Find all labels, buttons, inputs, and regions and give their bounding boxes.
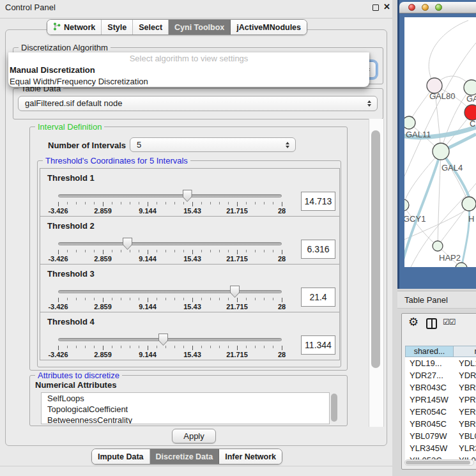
tab-label: Network — [64, 23, 95, 32]
settings-scrollbar[interactable] — [369, 119, 384, 427]
attribute-item[interactable]: SelfLoops — [42, 393, 329, 404]
number-of-intervals-spinner[interactable]: 5 — [130, 137, 296, 152]
network-node-hap2[interactable] — [433, 241, 443, 251]
network-node-top-right[interactable] — [464, 80, 476, 95]
tab-cyni-toolbox[interactable]: Cyni Toolbox — [169, 20, 231, 35]
network-canvas[interactable]: GAL80GACGAL11GAL4GCY1HHAP2 — [404, 17, 476, 267]
slider-tick-labels: -3.4262.8599.14415.4321.71528 — [58, 255, 282, 263]
minimize-traffic-light-icon[interactable] — [422, 4, 429, 11]
column-header-name[interactable]: na — [454, 346, 476, 357]
group-title: Interval Definition — [35, 122, 104, 132]
table-row[interactable]: YDR27...YDR2 — [405, 369, 476, 381]
cell-shared-name: YDL19... — [405, 358, 454, 368]
cyni-toolbox-panel: Discretization Algorithm Table Data galF… — [5, 29, 387, 446]
slider-track[interactable] — [58, 290, 282, 293]
table-row[interactable]: YDL19...YDL1 — [405, 357, 476, 369]
threshold-slider[interactable]: -3.4262.8599.14415.4321.71528 — [58, 217, 282, 265]
network-node-label: C — [470, 119, 475, 128]
numerical-attributes-list[interactable]: SelfLoopsTopologicalCoefficientBetweenne… — [41, 392, 330, 424]
network-node-bottom-node[interactable] — [456, 263, 467, 267]
float-window-icon[interactable] — [372, 4, 379, 11]
cell-shared-name: YDR27... — [405, 371, 454, 380]
table-data-combobox[interactable]: galFiltered.sif default node — [18, 96, 378, 111]
window-title: Control Panel — [5, 3, 56, 12]
cell-shared-name: YER054C — [405, 407, 454, 417]
table-row[interactable]: YBR043CYBR0 — [405, 381, 476, 394]
threshold-slider[interactable]: -3.4262.8599.14415.4321.71528 — [58, 312, 282, 361]
network-node-gal11[interactable] — [404, 116, 415, 129]
tab-style[interactable]: Style — [102, 20, 133, 35]
cell-shared-name: YLR345W — [405, 443, 454, 453]
threshold-row: Threshold 1-3.4262.8599.14415.4321.71528… — [40, 168, 340, 217]
threshold-slider[interactable]: -3.4262.8599.14415.4321.71528 — [58, 265, 282, 313]
network-node-red-node[interactable] — [464, 105, 476, 120]
network-node-gcy1[interactable] — [404, 199, 409, 211]
gear-icon[interactable]: ⚙ — [408, 316, 418, 328]
slider-ticks — [58, 250, 282, 254]
group-title: Attributes to discretize — [35, 371, 122, 380]
slider-track[interactable] — [58, 242, 282, 245]
slider-thumb[interactable] — [158, 334, 168, 346]
threshold-value-field[interactable]: 21.4 — [301, 288, 335, 307]
network-node-gal4[interactable] — [433, 143, 449, 160]
algorithm-option-manual[interactable]: Manual Discretization — [8, 65, 369, 76]
threshold-row: Threshold 2-3.4262.8599.14415.4321.71528… — [40, 216, 340, 265]
tab-discretize-data[interactable]: Discretize Data — [150, 449, 220, 464]
attribute-item[interactable]: TopologicalCoefficient — [42, 404, 329, 415]
tab-infer-network[interactable]: Infer Network — [219, 449, 282, 464]
columns-icon[interactable] — [426, 318, 437, 329]
slider-track[interactable] — [58, 194, 282, 197]
column-header-shared-name[interactable]: shared... — [405, 346, 454, 357]
network-node-label: H — [468, 214, 474, 224]
table-row[interactable]: YBL079WYBL0 — [405, 430, 476, 442]
threshold-value-field[interactable]: 11.344 — [301, 335, 335, 355]
network-node-label: GCY1 — [404, 214, 426, 224]
interval-definition-group: Interval Definition Number of Intervals … — [29, 127, 348, 371]
algorithm-option-equal-width[interactable]: Equal Width/Frequency Discretization — [8, 76, 369, 88]
table-row[interactable]: YLR345WYLR3 — [405, 442, 476, 454]
network-node-labels: GAL80GACGAL11GAL4GCY1HHAP2 — [404, 91, 476, 263]
close-icon[interactable]: ✕ — [383, 2, 390, 12]
slider-thumb[interactable] — [230, 286, 240, 298]
tab-label: Select — [139, 23, 162, 32]
threshold-value-field[interactable]: 14.713 — [301, 192, 335, 211]
algorithm-popup-hint: Select algorithm to view settings — [8, 52, 369, 65]
slider-ticks — [58, 298, 282, 302]
cell-shared-name: YBR043C — [405, 383, 454, 392]
network-window-titlebar[interactable] — [399, 2, 476, 13]
tab-network[interactable]: Network — [47, 20, 102, 35]
tab-jactivemnodules[interactable]: jActiveMNodules — [231, 20, 307, 35]
table-data-value: galFiltered.sif default node — [25, 98, 122, 108]
tab-label: Infer Network — [225, 452, 276, 461]
network-node-h-node[interactable] — [462, 197, 476, 211]
slider-track[interactable] — [58, 338, 282, 341]
tab-select[interactable]: Select — [133, 20, 169, 35]
threshold-slider[interactable]: -3.4262.8599.14415.4321.71528 — [58, 169, 282, 217]
bottom-tab-bar: Impute DataDiscretize DataInfer Network — [91, 449, 282, 464]
attributes-list-scrollbar[interactable] — [331, 393, 338, 424]
slider-thumb[interactable] — [123, 238, 132, 250]
top-tab-bar: NetworkStyleSelectCyni ToolboxjActiveMNo… — [47, 19, 307, 35]
cell-name: YLR3 — [454, 443, 476, 453]
apply-button[interactable]: Apply — [172, 429, 216, 443]
cell-shared-name: YPR145W — [405, 395, 454, 404]
table-row[interactable]: YER054CYER0 — [405, 406, 476, 418]
threshold-value-field[interactable]: 6.316 — [301, 240, 335, 259]
network-view-window: GAL80GACGAL11GAL4GCY1HHAP2 — [397, 0, 476, 289]
table-horizontal-scrollbar[interactable] — [404, 459, 474, 466]
attribute-item[interactable]: BetweennessCentrality — [42, 415, 329, 424]
cell-name: YER0 — [454, 407, 476, 417]
panel-bottom-line — [0, 466, 392, 466]
table-row[interactable]: YPR145WYPR1 — [405, 394, 476, 406]
table-panel: ⚙ ☑☑ shared... na YDL19...YDL1YDR27...YD… — [401, 313, 476, 470]
slider-ticks — [58, 346, 282, 350]
table-header-row: shared... na — [405, 346, 476, 357]
select-columns-checkboxes-icon[interactable]: ☑☑ — [443, 318, 456, 326]
tab-impute-data[interactable]: Impute Data — [92, 449, 150, 464]
zoom-traffic-light-icon[interactable] — [435, 4, 442, 11]
tab-label: Impute Data — [98, 452, 144, 461]
network-node-label: GAL11 — [406, 130, 431, 139]
table-row[interactable]: YBR045CYBR0 — [405, 418, 476, 430]
slider-thumb[interactable] — [183, 190, 192, 202]
close-traffic-light-icon[interactable] — [408, 4, 415, 11]
